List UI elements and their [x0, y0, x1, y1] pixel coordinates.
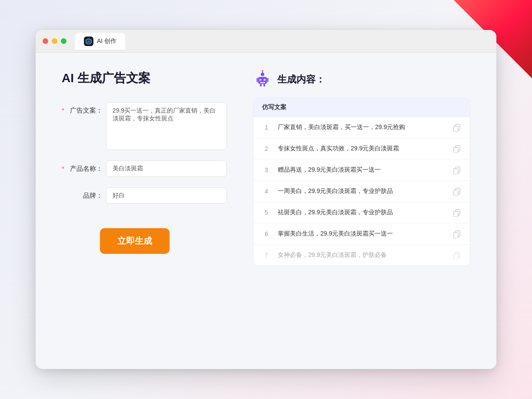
ai-tab-icon: AI — [84, 37, 93, 46]
table-row: 4 一周美白，29.9元美白淡斑霜，专业护肤品 — [253, 181, 470, 202]
copy-icon[interactable] — [452, 166, 461, 174]
ad-copy-input[interactable] — [106, 102, 227, 150]
right-panel: 生成内容： 仿写文案 1 厂家直销，美白淡斑霜，买一送一，29.9元抢购 2 — [253, 70, 470, 352]
row-number: 5 — [262, 209, 271, 216]
page-title: AI 生成广告文案 — [62, 70, 227, 86]
product-name-input[interactable] — [106, 160, 227, 177]
svg-rect-26 — [454, 233, 458, 238]
svg-rect-28 — [454, 254, 458, 259]
brand-label: 品牌： — [68, 187, 103, 200]
robot-icon — [253, 70, 272, 89]
row-text: 赠品再送，29.9元美白淡斑霜买一送一 — [278, 166, 446, 174]
form-group-ad-copy: * 广告文案： — [62, 102, 227, 150]
required-star-ad-copy: * — [62, 102, 64, 114]
svg-rect-16 — [454, 126, 458, 132]
title-bar: AI AI 创作 — [36, 30, 496, 53]
tab-label: AI 创作 — [97, 37, 116, 45]
row-number: 3 — [262, 166, 271, 173]
table-header: 仿写文案 — [253, 98, 470, 117]
row-number: 6 — [262, 230, 271, 237]
row-text: 专抹女性斑点，真实功效，29.9元美白淡斑霜 — [278, 145, 446, 153]
brand-input[interactable] — [106, 187, 227, 204]
svg-rect-4 — [256, 78, 258, 82]
svg-text:AI: AI — [87, 40, 90, 43]
row-text: 一周美白，29.9元美白淡斑霜，专业护肤品 — [278, 187, 446, 195]
tab-ai-creation[interactable]: AI AI 创作 — [75, 33, 125, 50]
svg-rect-24 — [454, 211, 458, 217]
svg-point-2 — [261, 73, 264, 76]
product-name-label: 产品名称： — [68, 160, 103, 173]
table-row: 7 女神必备，29.9元美白淡斑霜，护肤必备 — [253, 245, 470, 266]
table-row: 3 赠品再送，29.9元美白淡斑霜买一送一 — [253, 160, 470, 181]
row-number: 1 — [262, 124, 271, 131]
row-text: 女神必备，29.9元美白淡斑霜，护肤必备 — [278, 251, 446, 259]
svg-rect-5 — [267, 78, 269, 82]
generate-button[interactable]: 立即生成 — [100, 228, 170, 254]
copy-icon[interactable] — [452, 208, 461, 217]
row-text: 祛斑美白，29.9元美白淡斑霜，专业护肤品 — [278, 209, 446, 216]
left-panel: AI 生成广告文案 * 广告文案： * 产品名称： * 品牌： 立即生成 — [62, 70, 227, 352]
form-group-brand: * 品牌： — [62, 187, 227, 204]
main-content: AI 生成广告文案 * 广告文案： * 产品名称： * 品牌： 立即生成 — [36, 53, 496, 369]
table-row: 2 专抹女性斑点，真实功效，29.9元美白淡斑霜 — [253, 138, 470, 160]
row-number: 7 — [262, 252, 271, 259]
svg-rect-18 — [454, 147, 458, 153]
ad-copy-label: 广告文案： — [68, 102, 103, 115]
maximize-button[interactable] — [61, 38, 66, 44]
svg-rect-10 — [260, 82, 265, 83]
result-table: 仿写文案 1 厂家直销，美白淡斑霜，买一送一，29.9元抢购 2 专抹女性斑点，… — [253, 98, 470, 266]
traffic-lights — [43, 38, 66, 44]
row-text: 掌握美白生活，29.9元美白淡斑霜买一送一 — [278, 230, 446, 238]
row-number: 4 — [262, 188, 271, 195]
svg-rect-13 — [260, 84, 262, 86]
browser-window: AI AI 创作 AI 生成广告文案 * 广告文案： * 产品名称： — [36, 30, 496, 369]
table-row: 1 厂家直销，美白淡斑霜，买一送一，29.9元抢购 — [253, 117, 470, 138]
close-button[interactable] — [43, 38, 48, 44]
table-row: 6 掌握美白生活，29.9元美白淡斑霜买一送一 — [253, 223, 470, 245]
copy-icon[interactable] — [452, 187, 461, 196]
required-star-product: * — [62, 160, 64, 172]
result-header: 生成内容： — [253, 70, 470, 89]
svg-rect-14 — [263, 84, 265, 86]
copy-icon[interactable] — [452, 123, 461, 132]
table-row: 5 祛斑美白，29.9元美白淡斑霜，专业护肤品 — [253, 202, 470, 223]
row-number: 2 — [262, 145, 271, 152]
result-title: 生成内容： — [277, 73, 325, 86]
copy-icon[interactable] — [452, 144, 461, 153]
svg-rect-22 — [454, 190, 458, 196]
row-text: 厂家直销，美白淡斑霜，买一送一，29.9元抢购 — [278, 123, 446, 131]
svg-point-12 — [262, 70, 263, 72]
minimize-button[interactable] — [52, 38, 57, 44]
svg-point-8 — [260, 80, 261, 80]
copy-icon[interactable] — [452, 229, 461, 238]
form-group-product-name: * 产品名称： — [62, 160, 227, 177]
svg-point-9 — [264, 80, 265, 80]
svg-rect-20 — [454, 169, 458, 174]
copy-icon[interactable] — [452, 251, 461, 259]
